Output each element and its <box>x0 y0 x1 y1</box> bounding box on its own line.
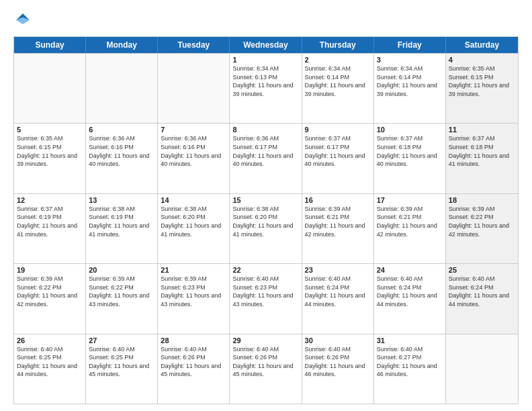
cell-info: Sunrise: 6:39 AM Sunset: 6:22 PM Dayligh… <box>89 275 154 308</box>
cal-cell: 1Sunrise: 6:34 AM Sunset: 6:13 PM Daylig… <box>230 54 302 123</box>
cal-cell: 4Sunrise: 6:35 AM Sunset: 6:15 PM Daylig… <box>446 54 518 123</box>
cal-cell: 12Sunrise: 6:37 AM Sunset: 6:19 PM Dayli… <box>14 194 86 263</box>
logo <box>13 11 35 30</box>
cell-info: Sunrise: 6:36 AM Sunset: 6:16 PM Dayligh… <box>161 134 226 168</box>
day-number: 30 <box>305 336 371 345</box>
cal-cell: 21Sunrise: 6:39 AM Sunset: 6:23 PM Dayli… <box>158 264 230 333</box>
calendar-body: 1Sunrise: 6:34 AM Sunset: 6:13 PM Daylig… <box>14 53 518 404</box>
day-number: 8 <box>232 126 298 134</box>
cal-cell: 20Sunrise: 6:39 AM Sunset: 6:22 PM Dayli… <box>86 264 158 333</box>
cal-cell <box>158 54 230 123</box>
cal-cell: 31Sunrise: 6:40 AM Sunset: 6:27 PM Dayli… <box>374 334 446 404</box>
cal-cell: 26Sunrise: 6:40 AM Sunset: 6:25 PM Dayli… <box>14 334 86 404</box>
cal-header-cell-saturday: Saturday <box>446 37 518 53</box>
cal-cell <box>14 54 86 123</box>
day-number: 7 <box>161 126 226 134</box>
cell-info: Sunrise: 6:34 AM Sunset: 6:14 PM Dayligh… <box>377 64 443 98</box>
page: SundayMondayTuesdayWednesdayThursdayFrid… <box>0 0 532 411</box>
day-number: 28 <box>161 336 226 345</box>
cell-info: Sunrise: 6:40 AM Sunset: 6:26 PM Dayligh… <box>161 345 226 379</box>
day-number: 19 <box>17 266 83 274</box>
day-number: 20 <box>89 266 154 274</box>
day-number: 22 <box>232 266 298 274</box>
day-number: 6 <box>89 126 154 134</box>
cal-cell: 30Sunrise: 6:40 AM Sunset: 6:26 PM Dayli… <box>302 334 374 404</box>
cal-cell: 9Sunrise: 6:37 AM Sunset: 6:17 PM Daylig… <box>302 124 374 193</box>
header <box>13 11 519 30</box>
cal-week-row-4: 26Sunrise: 6:40 AM Sunset: 6:25 PM Dayli… <box>14 334 518 404</box>
cell-info: Sunrise: 6:34 AM Sunset: 6:13 PM Dayligh… <box>232 64 298 98</box>
cal-header-cell-friday: Friday <box>374 37 446 53</box>
day-number: 4 <box>449 56 515 64</box>
cell-info: Sunrise: 6:40 AM Sunset: 6:26 PM Dayligh… <box>305 345 371 379</box>
day-number: 27 <box>89 336 154 345</box>
cal-cell: 2Sunrise: 6:34 AM Sunset: 6:14 PM Daylig… <box>302 54 374 123</box>
calendar: SundayMondayTuesdayWednesdayThursdayFrid… <box>13 36 519 404</box>
cal-cell: 27Sunrise: 6:40 AM Sunset: 6:25 PM Dayli… <box>86 334 158 404</box>
day-number: 5 <box>17 126 83 134</box>
cal-header-cell-tuesday: Tuesday <box>158 37 230 53</box>
cal-header-cell-wednesday: Wednesday <box>230 37 302 53</box>
cal-cell: 17Sunrise: 6:39 AM Sunset: 6:21 PM Dayli… <box>374 194 446 263</box>
cal-cell: 14Sunrise: 6:38 AM Sunset: 6:20 PM Dayli… <box>158 194 230 263</box>
cell-info: Sunrise: 6:37 AM Sunset: 6:17 PM Dayligh… <box>305 134 371 168</box>
cell-info: Sunrise: 6:37 AM Sunset: 6:18 PM Dayligh… <box>449 134 515 168</box>
cal-cell: 23Sunrise: 6:40 AM Sunset: 6:24 PM Dayli… <box>302 264 374 333</box>
cal-week-row-0: 1Sunrise: 6:34 AM Sunset: 6:13 PM Daylig… <box>14 53 518 123</box>
cal-cell: 29Sunrise: 6:40 AM Sunset: 6:26 PM Dayli… <box>230 334 302 404</box>
cal-cell: 24Sunrise: 6:40 AM Sunset: 6:24 PM Dayli… <box>374 264 446 333</box>
cell-info: Sunrise: 6:36 AM Sunset: 6:16 PM Dayligh… <box>89 134 154 168</box>
cell-info: Sunrise: 6:39 AM Sunset: 6:22 PM Dayligh… <box>17 275 83 308</box>
cal-cell: 18Sunrise: 6:39 AM Sunset: 6:22 PM Dayli… <box>446 194 518 263</box>
day-number: 13 <box>89 196 154 204</box>
cell-info: Sunrise: 6:40 AM Sunset: 6:25 PM Dayligh… <box>17 345 83 379</box>
cal-cell: 16Sunrise: 6:39 AM Sunset: 6:21 PM Dayli… <box>302 194 374 263</box>
cell-info: Sunrise: 6:38 AM Sunset: 6:19 PM Dayligh… <box>89 205 154 238</box>
day-number: 9 <box>305 126 371 134</box>
day-number: 21 <box>161 266 226 274</box>
cal-cell: 7Sunrise: 6:36 AM Sunset: 6:16 PM Daylig… <box>158 124 230 193</box>
cal-cell: 25Sunrise: 6:40 AM Sunset: 6:24 PM Dayli… <box>446 264 518 333</box>
day-number: 14 <box>161 196 226 204</box>
cal-cell: 6Sunrise: 6:36 AM Sunset: 6:16 PM Daylig… <box>86 124 158 193</box>
cal-cell: 8Sunrise: 6:36 AM Sunset: 6:17 PM Daylig… <box>230 124 302 193</box>
day-number: 25 <box>449 266 515 274</box>
cal-week-row-1: 5Sunrise: 6:35 AM Sunset: 6:15 PM Daylig… <box>14 123 518 193</box>
cal-cell <box>446 334 518 404</box>
cell-info: Sunrise: 6:34 AM Sunset: 6:14 PM Dayligh… <box>305 64 371 98</box>
cell-info: Sunrise: 6:36 AM Sunset: 6:17 PM Dayligh… <box>232 134 298 168</box>
cal-cell: 19Sunrise: 6:39 AM Sunset: 6:22 PM Dayli… <box>14 264 86 333</box>
cal-cell: 11Sunrise: 6:37 AM Sunset: 6:18 PM Dayli… <box>446 124 518 193</box>
cal-cell: 5Sunrise: 6:35 AM Sunset: 6:15 PM Daylig… <box>14 124 86 193</box>
day-number: 3 <box>377 56 443 64</box>
cell-info: Sunrise: 6:35 AM Sunset: 6:15 PM Dayligh… <box>17 134 83 168</box>
day-number: 26 <box>17 336 83 345</box>
calendar-header-row: SundayMondayTuesdayWednesdayThursdayFrid… <box>14 37 518 53</box>
cell-info: Sunrise: 6:39 AM Sunset: 6:22 PM Dayligh… <box>449 205 515 238</box>
cell-info: Sunrise: 6:39 AM Sunset: 6:21 PM Dayligh… <box>377 205 443 238</box>
day-number: 15 <box>232 196 298 204</box>
cell-info: Sunrise: 6:40 AM Sunset: 6:24 PM Dayligh… <box>377 275 443 308</box>
cell-info: Sunrise: 6:38 AM Sunset: 6:20 PM Dayligh… <box>161 205 226 238</box>
cell-info: Sunrise: 6:37 AM Sunset: 6:19 PM Dayligh… <box>17 205 83 238</box>
cell-info: Sunrise: 6:37 AM Sunset: 6:18 PM Dayligh… <box>377 134 443 168</box>
day-number: 23 <box>305 266 371 274</box>
cell-info: Sunrise: 6:38 AM Sunset: 6:20 PM Dayligh… <box>232 205 298 238</box>
cal-cell: 28Sunrise: 6:40 AM Sunset: 6:26 PM Dayli… <box>158 334 230 404</box>
cell-info: Sunrise: 6:39 AM Sunset: 6:21 PM Dayligh… <box>305 205 371 238</box>
day-number: 2 <box>305 56 371 64</box>
cal-week-row-2: 12Sunrise: 6:37 AM Sunset: 6:19 PM Dayli… <box>14 193 518 263</box>
cell-info: Sunrise: 6:40 AM Sunset: 6:26 PM Dayligh… <box>232 345 298 379</box>
cell-info: Sunrise: 6:40 AM Sunset: 6:24 PM Dayligh… <box>449 275 515 308</box>
cell-info: Sunrise: 6:39 AM Sunset: 6:23 PM Dayligh… <box>161 275 226 308</box>
cell-info: Sunrise: 6:40 AM Sunset: 6:23 PM Dayligh… <box>232 275 298 308</box>
day-number: 12 <box>17 196 83 204</box>
cell-info: Sunrise: 6:40 AM Sunset: 6:25 PM Dayligh… <box>89 345 154 379</box>
day-number: 18 <box>449 196 515 204</box>
cal-cell: 3Sunrise: 6:34 AM Sunset: 6:14 PM Daylig… <box>374 54 446 123</box>
day-number: 10 <box>377 126 443 134</box>
cal-week-row-3: 19Sunrise: 6:39 AM Sunset: 6:22 PM Dayli… <box>14 263 518 333</box>
day-number: 24 <box>377 266 443 274</box>
day-number: 31 <box>377 336 443 345</box>
cal-header-cell-thursday: Thursday <box>302 37 374 53</box>
